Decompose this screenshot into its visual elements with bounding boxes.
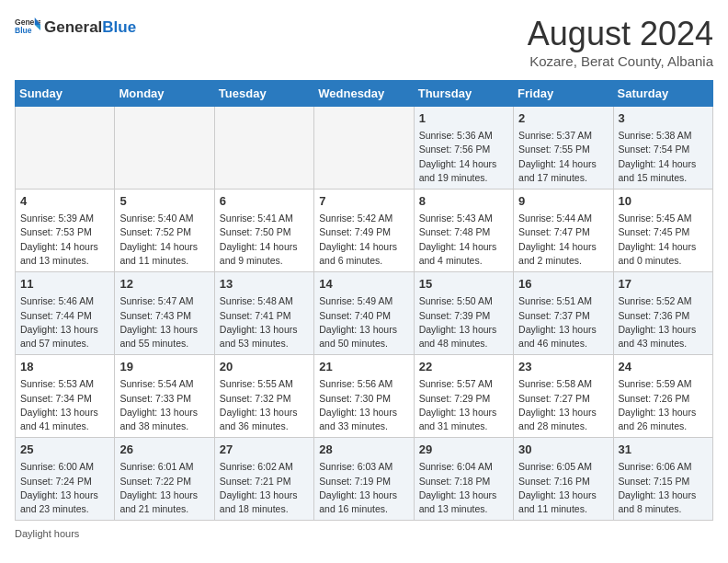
day-number: 3	[619, 110, 708, 127]
day-number: 25	[20, 442, 109, 458]
weekday-header-wednesday: Wednesday	[314, 81, 414, 107]
calendar-day-cell: 31Sunrise: 6:06 AM Sunset: 7:15 PM Dayli…	[613, 438, 712, 521]
calendar-day-cell: 20Sunrise: 5:55 AM Sunset: 7:32 PM Dayli…	[214, 355, 313, 438]
day-info: Sunrise: 5:43 AM Sunset: 7:48 PM Dayligh…	[419, 212, 508, 268]
calendar-day-cell: 13Sunrise: 5:48 AM Sunset: 7:41 PM Dayli…	[214, 272, 313, 355]
svg-marker-3	[35, 25, 40, 30]
day-info: Sunrise: 5:50 AM Sunset: 7:39 PM Dayligh…	[419, 294, 508, 350]
day-number: 28	[319, 442, 408, 458]
calendar-day-cell: 7Sunrise: 5:42 AM Sunset: 7:49 PM Daylig…	[314, 190, 414, 272]
day-number: 15	[419, 276, 508, 293]
calendar-day-cell: 4Sunrise: 5:39 AM Sunset: 7:53 PM Daylig…	[16, 190, 115, 272]
day-number: 18	[20, 359, 109, 375]
logo-general: General	[44, 18, 102, 37]
day-number: 5	[119, 193, 209, 210]
calendar-day-cell: 19Sunrise: 5:54 AM Sunset: 7:33 PM Dayli…	[115, 355, 214, 438]
title-area: August 2024 Kozare, Berat County, Albani…	[528, 15, 713, 69]
calendar-week-row: 18Sunrise: 5:53 AM Sunset: 7:34 PM Dayli…	[16, 355, 713, 438]
weekday-header-friday: Friday	[514, 81, 613, 107]
calendar-week-row: 1Sunrise: 5:36 AM Sunset: 7:56 PM Daylig…	[16, 107, 713, 190]
day-info: Sunrise: 6:04 AM Sunset: 7:18 PM Dayligh…	[419, 460, 508, 516]
calendar-table: SundayMondayTuesdayWednesdayThursdayFrid…	[15, 80, 713, 521]
day-info: Sunrise: 5:38 AM Sunset: 7:54 PM Dayligh…	[619, 129, 708, 185]
calendar-day-cell: 15Sunrise: 5:50 AM Sunset: 7:39 PM Dayli…	[414, 272, 513, 355]
day-number: 31	[619, 442, 708, 458]
day-info: Sunrise: 6:00 AM Sunset: 7:24 PM Dayligh…	[20, 460, 109, 516]
svg-text:Blue: Blue	[15, 26, 32, 35]
logo-blue: Blue	[102, 18, 136, 37]
calendar-day-cell: 6Sunrise: 5:41 AM Sunset: 7:50 PM Daylig…	[214, 190, 313, 272]
day-number: 14	[319, 276, 408, 293]
calendar-day-cell	[314, 107, 414, 190]
day-info: Sunrise: 5:55 AM Sunset: 7:32 PM Dayligh…	[220, 377, 309, 433]
day-number: 26	[119, 442, 209, 458]
day-info: Sunrise: 5:41 AM Sunset: 7:50 PM Dayligh…	[220, 212, 309, 268]
calendar-week-row: 25Sunrise: 6:00 AM Sunset: 7:24 PM Dayli…	[16, 438, 713, 521]
calendar-day-cell: 14Sunrise: 5:49 AM Sunset: 7:40 PM Dayli…	[314, 272, 414, 355]
day-info: Sunrise: 5:57 AM Sunset: 7:29 PM Dayligh…	[419, 377, 508, 433]
logo-icon: General Blue	[15, 15, 40, 40]
day-info: Sunrise: 5:52 AM Sunset: 7:36 PM Dayligh…	[619, 294, 708, 350]
day-info: Sunrise: 6:02 AM Sunset: 7:21 PM Dayligh…	[220, 460, 309, 516]
calendar-day-cell: 30Sunrise: 6:05 AM Sunset: 7:16 PM Dayli…	[514, 438, 613, 521]
calendar-week-row: 11Sunrise: 5:46 AM Sunset: 7:44 PM Dayli…	[16, 272, 713, 355]
weekday-header-tuesday: Tuesday	[214, 81, 313, 107]
day-info: Sunrise: 5:40 AM Sunset: 7:52 PM Dayligh…	[119, 212, 209, 268]
day-info: Sunrise: 5:54 AM Sunset: 7:33 PM Dayligh…	[119, 377, 209, 433]
calendar-week-row: 4Sunrise: 5:39 AM Sunset: 7:53 PM Daylig…	[16, 190, 713, 272]
day-number: 2	[518, 110, 608, 127]
calendar-day-cell: 2Sunrise: 5:37 AM Sunset: 7:55 PM Daylig…	[514, 107, 613, 190]
weekday-header-row: SundayMondayTuesdayWednesdayThursdayFrid…	[16, 81, 713, 107]
weekday-header-sunday: Sunday	[16, 81, 115, 107]
month-title: August 2024	[528, 15, 713, 53]
calendar-day-cell: 1Sunrise: 5:36 AM Sunset: 7:56 PM Daylig…	[414, 107, 513, 190]
day-number: 24	[619, 359, 708, 375]
day-number: 22	[419, 359, 508, 375]
footer-note: Daylight hours	[15, 528, 713, 539]
calendar-day-cell: 22Sunrise: 5:57 AM Sunset: 7:29 PM Dayli…	[414, 355, 513, 438]
day-info: Sunrise: 5:56 AM Sunset: 7:30 PM Dayligh…	[319, 377, 408, 433]
day-number: 13	[220, 276, 309, 293]
calendar-day-cell: 26Sunrise: 6:01 AM Sunset: 7:22 PM Dayli…	[115, 438, 214, 521]
day-number: 21	[319, 359, 408, 375]
calendar-day-cell	[16, 107, 115, 190]
day-info: Sunrise: 6:03 AM Sunset: 7:19 PM Dayligh…	[319, 460, 408, 516]
day-number: 9	[518, 193, 608, 210]
day-number: 7	[319, 193, 408, 210]
calendar-day-cell	[214, 107, 313, 190]
calendar-day-cell: 16Sunrise: 5:51 AM Sunset: 7:37 PM Dayli…	[514, 272, 613, 355]
day-info: Sunrise: 6:05 AM Sunset: 7:16 PM Dayligh…	[518, 460, 608, 516]
day-info: Sunrise: 5:49 AM Sunset: 7:40 PM Dayligh…	[319, 294, 408, 350]
calendar-day-cell: 21Sunrise: 5:56 AM Sunset: 7:30 PM Dayli…	[314, 355, 414, 438]
day-info: Sunrise: 5:47 AM Sunset: 7:43 PM Dayligh…	[119, 294, 209, 350]
day-number: 17	[619, 276, 708, 293]
calendar-day-cell: 27Sunrise: 6:02 AM Sunset: 7:21 PM Dayli…	[214, 438, 313, 521]
calendar-day-cell: 3Sunrise: 5:38 AM Sunset: 7:54 PM Daylig…	[613, 107, 712, 190]
day-number: 27	[220, 442, 309, 458]
day-info: Sunrise: 5:53 AM Sunset: 7:34 PM Dayligh…	[20, 377, 109, 433]
day-number: 19	[119, 359, 209, 375]
weekday-header-saturday: Saturday	[613, 81, 712, 107]
day-info: Sunrise: 5:37 AM Sunset: 7:55 PM Dayligh…	[518, 129, 608, 185]
calendar-day-cell: 25Sunrise: 6:00 AM Sunset: 7:24 PM Dayli…	[16, 438, 115, 521]
day-info: Sunrise: 5:39 AM Sunset: 7:53 PM Dayligh…	[20, 212, 109, 268]
calendar-day-cell: 5Sunrise: 5:40 AM Sunset: 7:52 PM Daylig…	[115, 190, 214, 272]
day-info: Sunrise: 5:59 AM Sunset: 7:26 PM Dayligh…	[619, 377, 708, 433]
calendar-day-cell: 17Sunrise: 5:52 AM Sunset: 7:36 PM Dayli…	[613, 272, 712, 355]
logo: General Blue General Blue	[15, 15, 136, 40]
day-number: 11	[20, 276, 109, 293]
weekday-header-thursday: Thursday	[414, 81, 513, 107]
calendar-day-cell: 8Sunrise: 5:43 AM Sunset: 7:48 PM Daylig…	[414, 190, 513, 272]
day-info: Sunrise: 5:46 AM Sunset: 7:44 PM Dayligh…	[20, 294, 109, 350]
day-number: 1	[419, 110, 508, 127]
day-number: 16	[518, 276, 608, 293]
calendar-day-cell: 24Sunrise: 5:59 AM Sunset: 7:26 PM Dayli…	[613, 355, 712, 438]
day-number: 30	[518, 442, 608, 458]
calendar-day-cell: 18Sunrise: 5:53 AM Sunset: 7:34 PM Dayli…	[16, 355, 115, 438]
day-info: Sunrise: 5:42 AM Sunset: 7:49 PM Dayligh…	[319, 212, 408, 268]
calendar-day-cell	[115, 107, 214, 190]
calendar-day-cell: 28Sunrise: 6:03 AM Sunset: 7:19 PM Dayli…	[314, 438, 414, 521]
calendar-day-cell: 11Sunrise: 5:46 AM Sunset: 7:44 PM Dayli…	[16, 272, 115, 355]
day-info: Sunrise: 5:48 AM Sunset: 7:41 PM Dayligh…	[220, 294, 309, 350]
day-number: 6	[220, 193, 309, 210]
